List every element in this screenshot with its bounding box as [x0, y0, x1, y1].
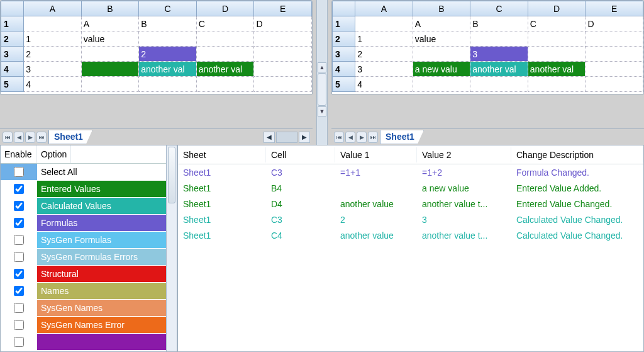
cell[interactable]: another val: [470, 62, 528, 77]
select-all-cell[interactable]: [333, 1, 355, 16]
changes-row[interactable]: Sheet1C323Calculated Value Changed.: [178, 212, 643, 227]
changes-header-sheet[interactable]: Sheet: [178, 147, 266, 162]
cell[interactable]: [81, 47, 139, 62]
changes-header-value1[interactable]: Value 1: [335, 147, 417, 162]
cell[interactable]: [196, 47, 254, 62]
hscroll-left-button[interactable]: ◀: [264, 132, 275, 143]
cell[interactable]: [528, 47, 586, 62]
cell[interactable]: [355, 16, 413, 31]
changes-header-desc[interactable]: Change Description: [511, 147, 643, 162]
cell[interactable]: [139, 31, 197, 47]
column-header[interactable]: C: [139, 1, 197, 16]
cell[interactable]: [528, 77, 586, 92]
option-checkbox[interactable]: [14, 252, 24, 262]
cell[interactable]: B: [470, 16, 528, 31]
cell[interactable]: D: [254, 16, 312, 31]
cell[interactable]: [254, 77, 312, 92]
cell[interactable]: [586, 62, 643, 77]
option-row[interactable]: Structural: [1, 266, 166, 283]
option-checkbox[interactable]: [14, 235, 24, 245]
vertical-scrollbar[interactable]: ▲ ▼: [316, 0, 328, 145]
row-header[interactable]: 3: [1, 47, 24, 62]
option-checkbox[interactable]: [14, 201, 24, 211]
option-scrollbar[interactable]: [166, 145, 177, 351]
next-sheet-button[interactable]: ▶: [25, 132, 35, 143]
cell[interactable]: A: [413, 16, 470, 31]
option-row[interactable]: Entered Values: [1, 181, 166, 198]
cell[interactable]: [254, 31, 312, 47]
cell[interactable]: [470, 31, 528, 47]
column-header[interactable]: E: [254, 1, 312, 16]
option-row[interactable]: Calculated Values: [1, 198, 166, 215]
cell[interactable]: [139, 77, 197, 92]
cell[interactable]: 3: [24, 62, 82, 77]
spreadsheet-left[interactable]: ABCDE1ABCD21value32243another valanother…: [0, 0, 313, 94]
option-checkbox[interactable]: [14, 303, 24, 313]
row-header[interactable]: 5: [333, 77, 355, 92]
column-header[interactable]: C: [470, 1, 528, 16]
cell[interactable]: A: [81, 16, 139, 31]
option-checkbox[interactable]: [14, 337, 24, 347]
cell[interactable]: 2: [24, 47, 82, 62]
option-row[interactable]: Names: [1, 283, 166, 300]
cell[interactable]: value: [413, 31, 470, 47]
column-header[interactable]: E: [586, 1, 643, 16]
changes-row[interactable]: Sheet1C4another valueanother value t...C…: [178, 227, 643, 243]
cell[interactable]: D: [586, 16, 643, 31]
cell[interactable]: [586, 31, 643, 47]
cell[interactable]: [413, 47, 470, 62]
cell[interactable]: [586, 77, 643, 92]
prev-sheet-button[interactable]: ◀: [14, 132, 24, 143]
cell[interactable]: another val: [139, 62, 197, 77]
cell[interactable]: [254, 62, 312, 77]
cell[interactable]: [24, 16, 82, 31]
next-sheet-button[interactable]: ▶: [357, 132, 367, 143]
prev-sheet-button[interactable]: ◀: [345, 132, 355, 143]
changes-row[interactable]: Sheet1C3=1+1=1+2Formula Changed.: [178, 164, 643, 180]
row-header[interactable]: 2: [1, 31, 24, 47]
cell[interactable]: another val: [196, 62, 254, 77]
option-row[interactable]: SysGen Formulas: [1, 232, 166, 249]
row-header[interactable]: 5: [1, 77, 24, 92]
cell[interactable]: 1: [24, 31, 82, 47]
row-header[interactable]: 3: [333, 47, 355, 62]
cell[interactable]: 3: [470, 47, 528, 62]
cell[interactable]: C: [528, 16, 586, 31]
option-row[interactable]: Formulas: [1, 215, 166, 232]
option-row[interactable]: Select All: [1, 164, 166, 181]
hscroll-right-button[interactable]: ▶: [299, 132, 310, 143]
cell[interactable]: 1: [355, 31, 413, 47]
option-row[interactable]: SysGen Formulas Errors: [1, 249, 166, 266]
first-sheet-button[interactable]: ⏮: [3, 132, 13, 143]
cell[interactable]: [586, 47, 643, 62]
cell[interactable]: [413, 77, 470, 92]
option-checkbox[interactable]: [14, 286, 24, 296]
cell[interactable]: another val: [528, 62, 586, 77]
cell[interactable]: 2: [355, 47, 413, 62]
column-header[interactable]: B: [81, 1, 139, 16]
cell[interactable]: [254, 47, 312, 62]
sheet-tab[interactable]: Sheet1: [380, 130, 424, 144]
row-header[interactable]: 1: [1, 16, 24, 31]
option-row[interactable]: [1, 334, 166, 351]
option-checkbox[interactable]: [14, 218, 24, 228]
cell[interactable]: value: [81, 31, 139, 47]
row-header[interactable]: 1: [333, 16, 355, 31]
cell[interactable]: B: [139, 16, 197, 31]
row-header[interactable]: 2: [333, 31, 355, 47]
changes-header-cell[interactable]: Cell: [266, 147, 335, 162]
option-row[interactable]: SysGen Names: [1, 300, 166, 317]
column-header[interactable]: A: [355, 1, 413, 16]
cell[interactable]: 4: [24, 77, 82, 92]
cell[interactable]: 2: [139, 47, 197, 62]
changes-header-value2[interactable]: Value 2: [417, 147, 511, 162]
cell[interactable]: [470, 77, 528, 92]
changes-row[interactable]: Sheet1B4a new valueEntered Value Added.: [178, 180, 643, 196]
last-sheet-button[interactable]: ⏭: [36, 132, 47, 143]
select-all-cell[interactable]: [1, 1, 24, 16]
option-checkbox[interactable]: [14, 167, 24, 177]
cell[interactable]: [81, 62, 139, 77]
cell[interactable]: 4: [355, 77, 413, 92]
changes-row[interactable]: Sheet1D4another valueanother value t...E…: [178, 196, 643, 212]
column-header[interactable]: D: [196, 1, 254, 16]
